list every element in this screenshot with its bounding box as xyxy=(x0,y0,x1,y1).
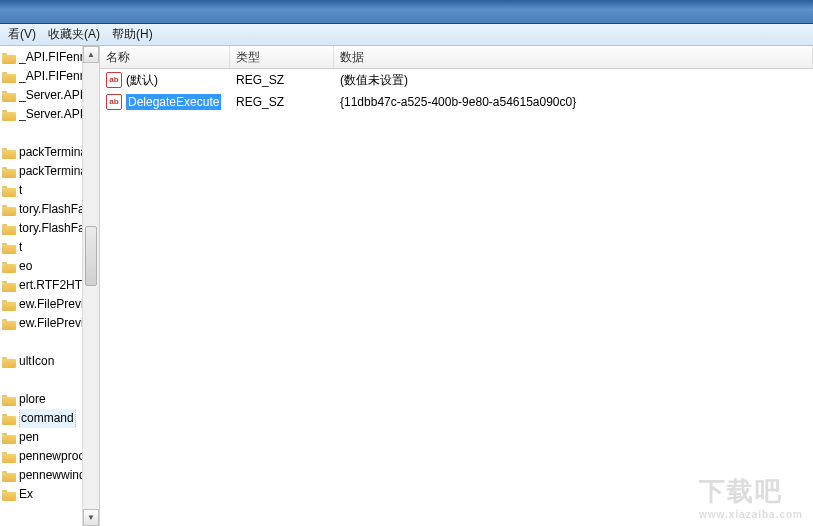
cell-name: DelegateExecute xyxy=(100,94,230,110)
tree-item-label: tory.FlashFa xyxy=(19,219,85,238)
tree-item-label: ew.FilePrevie xyxy=(19,314,90,333)
tree-item-label: packTermina xyxy=(19,162,87,181)
tree-item-label: _Server.API. xyxy=(19,86,86,105)
tree-item-label: command xyxy=(19,409,76,428)
tree-item-label: ew.FilePrevie xyxy=(19,295,90,314)
folder-icon xyxy=(2,432,16,444)
scroll-thumb[interactable] xyxy=(85,226,97,286)
menu-favorites[interactable]: 收藏夹(A) xyxy=(42,24,106,45)
tree-panel[interactable]: _API.FIFenrir_API.FIFenrir_Server.API._S… xyxy=(0,46,100,526)
folder-icon xyxy=(2,318,16,330)
value-data: (数值未设置) xyxy=(340,72,408,89)
folder-icon xyxy=(2,52,16,64)
folder-icon xyxy=(2,356,16,368)
menu-view[interactable]: 看(V) xyxy=(2,24,42,45)
folder-icon xyxy=(2,90,16,102)
column-header-data[interactable]: 数据 xyxy=(334,46,813,68)
tree-item-label: _API.FIFenrir xyxy=(19,48,90,67)
scroll-up-arrow-icon[interactable]: ▲ xyxy=(83,46,99,63)
list-row[interactable]: (默认)REG_SZ(数值未设置) xyxy=(100,69,813,91)
tree-item-label: pennewwind xyxy=(19,466,86,485)
menubar: 看(V) 收藏夹(A) 帮助(H) xyxy=(0,24,813,46)
list-row[interactable]: DelegateExecuteREG_SZ{11dbb47c-a525-400b… xyxy=(100,91,813,113)
content-area: _API.FIFenrir_API.FIFenrir_Server.API._S… xyxy=(0,46,813,526)
list-body: (默认)REG_SZ(数值未设置)DelegateExecuteREG_SZ{1… xyxy=(100,69,813,113)
cell-name: (默认) xyxy=(100,72,230,89)
cell-type: REG_SZ xyxy=(230,95,334,109)
tree-item-label: packTermina xyxy=(19,143,87,162)
folder-icon xyxy=(2,109,16,121)
folder-icon xyxy=(2,394,16,406)
tree-item-label: pen xyxy=(19,428,39,447)
titlebar[interactable] xyxy=(0,0,813,24)
folder-icon xyxy=(2,470,16,482)
column-header-type[interactable]: 类型 xyxy=(230,46,334,68)
tree-item-label: ultIcon xyxy=(19,352,54,371)
column-header-name[interactable]: 名称 xyxy=(100,46,230,68)
tree-item-label: t xyxy=(19,181,22,200)
folder-icon xyxy=(2,299,16,311)
list-panel[interactable]: 名称 类型 数据 (默认)REG_SZ(数值未设置)DelegateExecut… xyxy=(100,46,813,526)
folder-icon xyxy=(2,185,16,197)
tree-item-label: t xyxy=(19,238,22,257)
folder-icon xyxy=(2,223,16,235)
folder-icon xyxy=(2,71,16,83)
string-value-icon xyxy=(106,94,122,110)
tree-item-label: _API.FIFenrir xyxy=(19,67,90,86)
cell-data: {11dbb47c-a525-400b-9e80-a54615a090c0} xyxy=(334,95,813,109)
tree-item-label: _Server.API. xyxy=(19,105,86,124)
folder-icon xyxy=(2,280,16,292)
value-data: {11dbb47c-a525-400b-9e80-a54615a090c0} xyxy=(340,95,576,109)
value-name: DelegateExecute xyxy=(126,94,221,110)
folder-icon xyxy=(2,261,16,273)
value-name: (默认) xyxy=(126,72,158,89)
folder-icon xyxy=(2,204,16,216)
folder-icon xyxy=(2,489,16,501)
menu-help[interactable]: 帮助(H) xyxy=(106,24,159,45)
list-header: 名称 类型 数据 xyxy=(100,46,813,69)
folder-icon xyxy=(2,147,16,159)
tree-item-label: tory.FlashFa xyxy=(19,200,85,219)
tree-item-label: eo xyxy=(19,257,32,276)
cell-data: (数值未设置) xyxy=(334,72,813,89)
folder-icon xyxy=(2,242,16,254)
cell-type: REG_SZ xyxy=(230,73,334,87)
string-value-icon xyxy=(106,72,122,88)
folder-icon xyxy=(2,413,16,425)
folder-icon xyxy=(2,451,16,463)
scroll-down-arrow-icon[interactable]: ▼ xyxy=(83,509,99,526)
tree-item-label: pennewproc xyxy=(19,447,84,466)
tree-item-label: Ex xyxy=(19,485,33,504)
folder-icon xyxy=(2,166,16,178)
tree-vertical-scrollbar[interactable]: ▲ ▼ xyxy=(82,46,99,526)
tree-item-label: plore xyxy=(19,390,46,409)
